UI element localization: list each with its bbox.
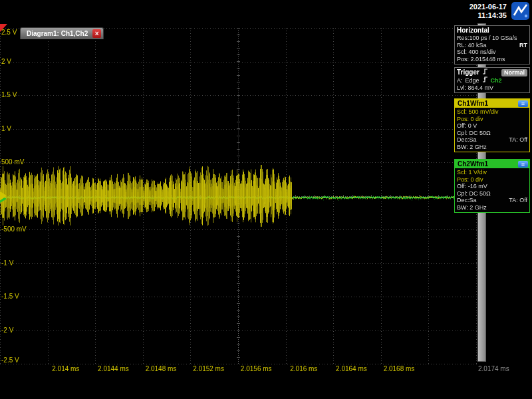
x-axis-label: 2.0168 ms (384, 365, 415, 372)
ch1-waveform-panel[interactable]: Ch1Wfm1 ≡ Scl: 500 mV/div Pos: 0 div Off… (454, 98, 530, 152)
trigger-level: Lvl: 864.4 mV (457, 84, 527, 92)
x-axis-label: 2.014 ms (52, 365, 79, 372)
x-axis-label: 2.0148 ms (146, 365, 177, 372)
ch2-offset: Off: -16 mV (457, 183, 527, 190)
x-axis-label: 2.0164 ms (336, 365, 367, 372)
minimize-button[interactable]: ≡ (518, 161, 528, 168)
horizontal-record-length: RL: 40 kSa (457, 42, 487, 49)
x-axis-label: 2.0156 ms (241, 365, 272, 372)
waveform-canvas[interactable] (0, 0, 477, 399)
minimize-button[interactable]: ≡ (518, 100, 528, 107)
trigger-mode-badge: Normal (501, 69, 527, 76)
oscilloscope-screen: 2021-06-17 11:14:35 Diagram1: Ch1,Ch2 × … (0, 0, 532, 399)
ch1-position: Pos: 0 div (457, 116, 527, 123)
y-axis-label: 1.5 V (1, 92, 17, 98)
horizontal-panel-title: Horizontal (457, 27, 527, 35)
y-axis-label: 1 V (1, 126, 11, 132)
horizontal-resolution: Res:100 ps / 10 GSa/s (457, 35, 527, 42)
ch2-arithmetic: TA: Off (509, 197, 527, 204)
y-axis-label: -1.5 V (1, 293, 19, 300)
x-axis-label: 2.0144 ms (98, 365, 129, 372)
ch2-decimation: Dec:Sa (457, 197, 477, 204)
y-axis-label: -2.5 V (1, 357, 19, 364)
realtime-badge: RT (519, 42, 527, 49)
ch2-position: Pos: 0 div (457, 176, 527, 184)
y-axis-label: -2 V (1, 327, 13, 334)
y-axis-label: 2.5 V (1, 29, 17, 36)
trigger-panel[interactable]: Trigger Normal A: Edge Ch2 Lvl: 864.4 mV (454, 67, 530, 93)
signal-bar: Horizontal Res:100 ps / 10 GSa/s RL: 40 … (454, 25, 530, 213)
ch1-bandwidth: BW: 2 GHz (457, 144, 527, 151)
ch1-panel-title: Ch1Wfm1 (458, 100, 488, 107)
diagram-tab[interactable]: Diagram1: Ch1,Ch2 × (20, 27, 104, 39)
y-axis-label: -1 V (1, 260, 13, 267)
rohde-schwarz-logo-icon (511, 2, 529, 20)
trigger-slope-icon (482, 68, 488, 76)
y-axis-label: 2 V (1, 59, 11, 65)
ch1-offset: Off: 0 V (457, 122, 527, 130)
ch1-decimation: Dec:Sa (457, 136, 477, 144)
horizontal-scale: Scl: 400 ns/div (457, 49, 527, 56)
close-icon[interactable]: × (92, 29, 101, 38)
y-axis-label: 500 mV (1, 159, 24, 166)
x-axis-right-label: 2.0174 ms (478, 365, 509, 372)
ch2-bandwidth: BW: 2 GHz (457, 204, 527, 211)
ch2-scale: Scl: 1 V/div (457, 169, 527, 176)
ch2-panel-title: Ch2Wfm1 (458, 160, 488, 168)
edge-icon (482, 76, 488, 84)
trigger-panel-title: Trigger (457, 68, 479, 76)
horizontal-panel[interactable]: Horizontal Res:100 ps / 10 GSa/s RL: 40 … (454, 25, 530, 65)
trigger-source: Ch2 (491, 77, 502, 84)
y-axis-label: -500 mV (1, 226, 27, 233)
x-axis-label: 2.016 ms (290, 365, 317, 372)
ch2-coupling: Cpl: DC 50Ω (457, 190, 527, 198)
diagram-tab-label: Diagram1: Ch1,Ch2 (27, 30, 88, 37)
ch1-coupling: Cpl: DC 50Ω (457, 130, 527, 137)
ch2-waveform-panel[interactable]: Ch2Wfm1 ≡ Scl: 1 V/div Pos: 0 div Off: -… (454, 159, 530, 213)
ch1-scale: Scl: 500 mV/div (457, 108, 527, 116)
horizontal-position: Pos: 2.015448 ms (457, 56, 527, 63)
trigger-a-label: A: (457, 77, 463, 84)
waveform-diagram[interactable]: Diagram1: Ch1,Ch2 × 2.5 V2 V1.5 V1 V500 … (0, 0, 477, 399)
ch1-arithmetic: TA: Off (509, 136, 527, 144)
x-axis-label: 2.0152 ms (193, 365, 224, 372)
trigger-type: Edge (466, 77, 479, 84)
